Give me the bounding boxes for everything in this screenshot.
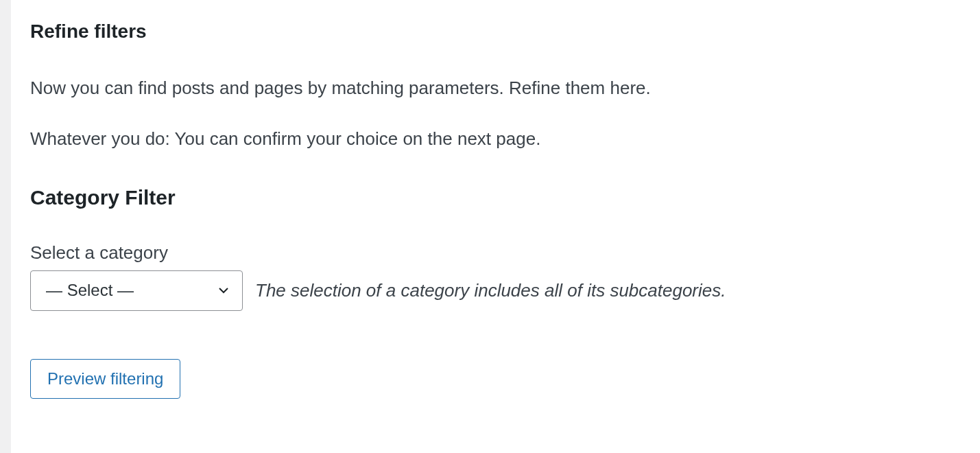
actions-row: Preview filtering xyxy=(30,359,980,399)
category-select-hint: The selection of a category includes all… xyxy=(255,280,726,301)
left-border-strip xyxy=(0,0,11,453)
category-select[interactable]: — Select — xyxy=(30,270,243,311)
preview-filtering-button[interactable]: Preview filtering xyxy=(30,359,180,399)
category-select-wrapper: — Select — xyxy=(30,270,243,311)
refine-description-2: Whatever you do: You can confirm your ch… xyxy=(30,126,980,151)
refine-filters-panel: Refine filters Now you can find posts an… xyxy=(0,0,980,399)
refine-description-1: Now you can find posts and pages by matc… xyxy=(30,76,980,100)
refine-filters-heading: Refine filters xyxy=(30,21,980,43)
category-filter-heading: Category Filter xyxy=(30,186,980,209)
category-select-label: Select a category xyxy=(30,242,980,264)
category-select-row: — Select — The selection of a category i… xyxy=(30,270,980,311)
